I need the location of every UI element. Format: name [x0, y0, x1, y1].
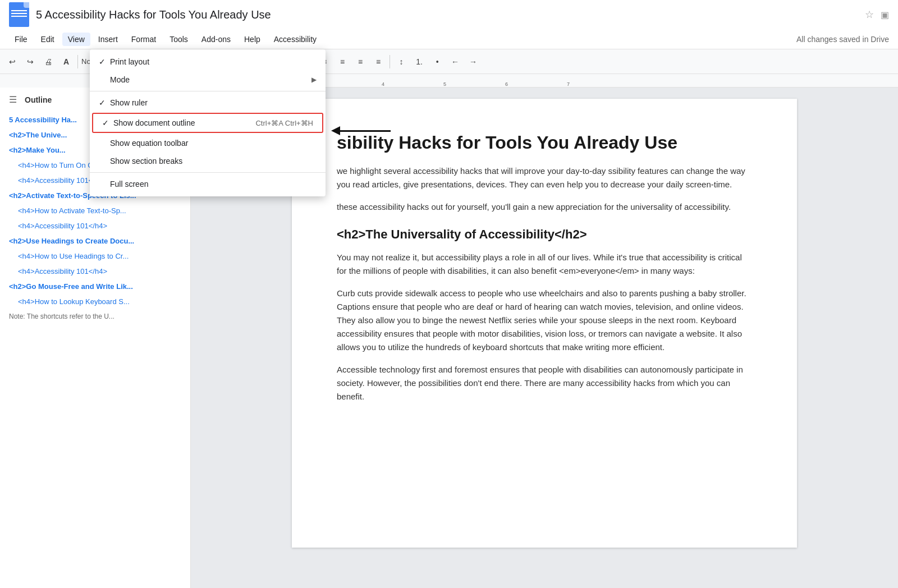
menu-edit[interactable]: Edit [35, 33, 60, 46]
doc-para-1: we highlight several accessibility hacks… [337, 164, 752, 191]
arrow-line [340, 130, 391, 132]
print-button[interactable]: 🖨 [40, 54, 56, 70]
title-bar: 5 Accessibility Hacks for Tools You Alre… [0, 0, 898, 29]
sidebar-item-h4-5[interactable]: <h4>How to Use Headings to Cr... [0, 249, 190, 264]
sidebar-title: Outline [25, 95, 52, 104]
indent-decrease-button[interactable]: ← [447, 54, 463, 70]
dropdown-sep-2 [90, 172, 326, 173]
arrow-head [331, 126, 340, 135]
folder-icon[interactable]: ▣ [881, 10, 889, 20]
spellcheck-button[interactable]: A [58, 54, 74, 70]
outline-icon: ☰ [9, 94, 20, 105]
doc-para-4: Curb cuts provide sidewalk access to peo… [337, 287, 752, 354]
dropdown-print-layout-label: Print layout [110, 57, 317, 66]
doc-para-2: these accessibility hacks out for yourse… [337, 200, 752, 214]
doc-para-5: Accessible technology first and foremost… [337, 363, 752, 403]
dropdown-mode-label: Mode [110, 75, 311, 84]
menu-format[interactable]: Format [126, 33, 162, 46]
sidebar-item-h4-3[interactable]: <h4>How to Activate Text-to-Sp... [0, 203, 190, 218]
sidebar-note: Note: The shortcuts refer to the U... [0, 309, 190, 324]
menu-tools[interactable]: Tools [164, 33, 194, 46]
document-page: sibility Hacks for Tools You Already Use… [292, 99, 797, 548]
align-center-button[interactable]: ≡ [335, 54, 350, 70]
menu-accessibility[interactable]: Accessibility [268, 33, 322, 46]
sidebar-item-h2-5[interactable]: <h2>Go Mouse-Free and Write Lik... [0, 279, 190, 294]
dropdown-show-equation-toolbar[interactable]: Show equation toolbar [90, 134, 326, 152]
dropdown-mode[interactable]: Mode ▶ [90, 71, 326, 89]
toolbar-sep-6 [390, 55, 390, 68]
star-icon[interactable]: ☆ [865, 8, 874, 21]
sidebar-item-h4-4[interactable]: <h4>Accessibility 101</h4> [0, 218, 190, 233]
view-dropdown-menu: Print layout Mode ▶ Show ruler Show docu… [90, 49, 326, 196]
align-right-button[interactable]: ≡ [352, 54, 368, 70]
dropdown-show-ruler-label: Show ruler [110, 98, 317, 107]
dropdown-show-equation-toolbar-label: Show equation toolbar [110, 139, 317, 148]
indent-increase-button[interactable]: → [465, 54, 481, 70]
doc-heading-1: sibility Hacks for Tools You Already Use [337, 132, 752, 153]
document-title: 5 Accessibility Hacks for Tools You Alre… [36, 8, 858, 21]
ordered-list-button[interactable]: 1. [411, 54, 427, 70]
dropdown-show-section-breaks[interactable]: Show section breaks [90, 152, 326, 170]
sidebar-item-h4-7[interactable]: <h4>How to Lookup Keyboard S... [0, 294, 190, 309]
dropdown-show-section-breaks-label: Show section breaks [110, 157, 317, 166]
toolbar-sep-1 [77, 55, 78, 68]
save-status: All changes saved in Drive [796, 35, 889, 44]
dropdown-show-document-outline-label: Show document outline [113, 118, 255, 127]
unordered-list-button[interactable]: • [429, 54, 445, 70]
doc-icon [9, 2, 29, 27]
redo-button[interactable]: ↪ [22, 54, 38, 70]
menu-file[interactable]: File [9, 33, 33, 46]
menu-bar: File Edit View Insert Format Tools Add-o… [0, 29, 898, 49]
dropdown-show-ruler[interactable]: Show ruler [90, 94, 326, 112]
line-spacing-button[interactable]: ↕ [393, 54, 409, 70]
doc-heading-2: <h2>The Universality of Accessibility</h… [337, 227, 752, 242]
sidebar-item-h2-4[interactable]: <h2>Use Headings to Create Docu... [0, 233, 190, 249]
sidebar-item-h4-6[interactable]: <h4>Accessibility 101</h4> [0, 264, 190, 279]
dropdown-full-screen-label: Full screen [110, 180, 317, 189]
undo-button[interactable]: ↩ [4, 54, 20, 70]
menu-addons[interactable]: Add-ons [196, 33, 236, 46]
align-justify-button[interactable]: ≡ [370, 54, 386, 70]
dropdown-show-document-outline[interactable]: Show document outline Ctrl+⌘A Ctrl+⌘H [92, 113, 323, 133]
dropdown-print-layout[interactable]: Print layout [90, 53, 326, 71]
menu-insert[interactable]: Insert [93, 33, 123, 46]
doc-para-3: You may not realize it, but accessibilit… [337, 251, 752, 278]
dropdown-show-document-outline-shortcut: Ctrl+⌘A Ctrl+⌘H [255, 119, 313, 127]
menu-help[interactable]: Help [239, 33, 266, 46]
dropdown-mode-arrow: ▶ [311, 76, 317, 84]
dropdown-full-screen[interactable]: Full screen [90, 175, 326, 193]
dropdown-sep-1 [90, 91, 326, 91]
menu-view[interactable]: View [62, 33, 90, 46]
arrow-annotation [331, 126, 391, 135]
